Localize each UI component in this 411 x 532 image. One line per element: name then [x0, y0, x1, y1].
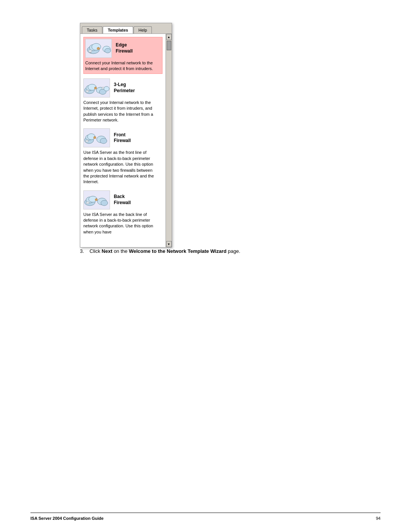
template-front-desc: Use ISA Server as the front line of defe…: [83, 150, 156, 185]
svg-point-17: [104, 86, 109, 91]
footer-page-number: 94: [376, 516, 381, 521]
tab-templates[interactable]: Templates: [103, 26, 133, 34]
svg-rect-3: [89, 50, 92, 52]
template-front-title: Front Firewall: [114, 132, 131, 144]
template-edge-firewall-header: Edge Firewall: [85, 39, 161, 58]
ui-window: Tasks Templates Help: [80, 23, 172, 248]
svg-rect-28: [86, 202, 89, 204]
template-edge-firewall-icon: [85, 39, 112, 58]
footer-title: ISA Server 2004 Configuration Guide: [30, 516, 104, 521]
template-edge-firewall-desc: Connect your Internal network to the Int…: [85, 60, 161, 72]
step-instruction: Click Next on the Welcome to the Network…: [89, 248, 240, 254]
template-edge-firewall-title: Edge Firewall: [116, 42, 133, 54]
template-back-firewall[interactable]: Back Firewall Use ISA Server as the back…: [83, 190, 162, 235]
template-3leg-header: 3-Leg Perimeter: [83, 78, 156, 97]
svg-rect-21: [86, 140, 88, 142]
template-back-header: Back Firewall: [83, 190, 156, 209]
svg-point-31: [101, 200, 108, 206]
scrollbar: ▲ ▼: [166, 34, 172, 247]
template-3leg-desc: Connect your Internal network to the Int…: [83, 100, 156, 123]
step-3-text: 3. Click Next on the Welcome to the Netw…: [80, 248, 240, 254]
template-edge-firewall[interactable]: Edge Firewall Connect your Internal netw…: [83, 37, 162, 74]
svg-rect-12: [86, 90, 89, 92]
template-3leg-title: 3-Leg Perimeter: [114, 82, 135, 94]
step-next-bold: Next: [102, 248, 112, 254]
scrollbar-down-button[interactable]: ▼: [166, 241, 172, 247]
template-back-icon: [83, 190, 110, 209]
svg-point-24: [100, 138, 107, 144]
tab-bar: Tasks Templates Help: [80, 23, 172, 34]
content-area: Edge Firewall Connect your Internal netw…: [80, 34, 166, 247]
content-wrapper: Edge Firewall Connect your Internal netw…: [80, 34, 172, 247]
scrollbar-thumb[interactable]: [167, 41, 171, 50]
template-3leg-perimeter[interactable]: 3-Leg Perimeter Connect your Internal ne…: [83, 78, 162, 123]
template-front-icon: [83, 128, 110, 147]
template-front-firewall[interactable]: Front Firewall Use ISA Server as the fro…: [83, 128, 162, 185]
template-back-desc: Use ISA Server as the back line of defen…: [83, 212, 156, 235]
tab-help[interactable]: Help: [134, 26, 152, 34]
scrollbar-up-button[interactable]: ▲: [166, 34, 172, 40]
svg-rect-5: [97, 48, 100, 50]
footer: ISA Server 2004 Configuration Guide 94: [30, 513, 381, 521]
svg-rect-29: [95, 199, 97, 201]
svg-rect-4: [89, 52, 91, 53]
svg-rect-13: [94, 87, 97, 89]
svg-point-8: [105, 48, 111, 53]
template-3leg-icon: [83, 78, 110, 97]
template-front-header: Front Firewall: [83, 128, 156, 147]
svg-rect-22: [94, 137, 96, 139]
step-number: 3.: [80, 248, 84, 254]
tab-tasks[interactable]: Tasks: [82, 26, 102, 34]
template-back-title: Back Firewall: [114, 194, 131, 206]
step-wizard-bold: Welcome to the Network Template Wizard: [129, 248, 227, 254]
